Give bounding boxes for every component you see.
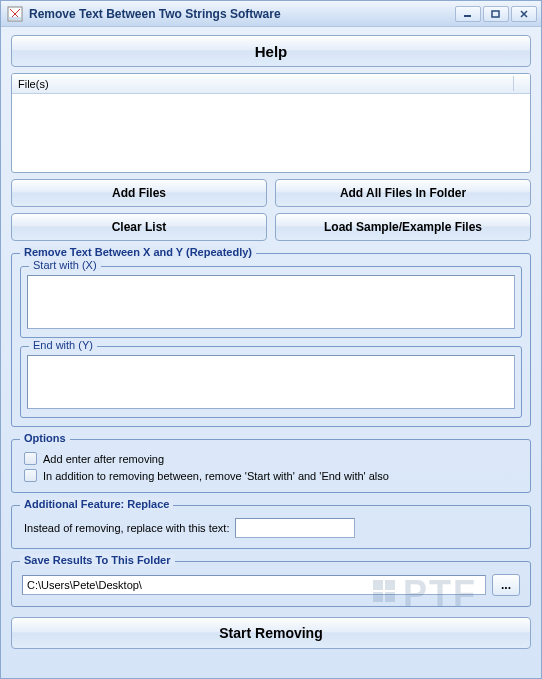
window-controls <box>455 6 537 22</box>
replace-row: Instead of removing, replace with this t… <box>20 516 522 540</box>
app-window: Remove Text Between Two Strings Software… <box>0 0 542 679</box>
clear-list-button[interactable]: Clear List <box>11 213 267 241</box>
minimize-icon <box>463 10 473 18</box>
start-removing-button[interactable]: Start Removing <box>11 617 531 649</box>
file-buttons-row-2: Clear List Load Sample/Example Files <box>11 213 531 241</box>
svg-rect-1 <box>9 17 21 20</box>
add-all-files-in-folder-button[interactable]: Add All Files In Folder <box>275 179 531 207</box>
window-title: Remove Text Between Two Strings Software <box>29 7 455 21</box>
option-remove-delims-row: In addition to removing between, remove … <box>20 467 522 484</box>
start-with-group: Start with (X) <box>20 266 522 338</box>
option-add-enter-row: Add enter after removing <box>20 450 522 467</box>
replace-group-title: Additional Feature: Replace <box>20 498 173 510</box>
save-folder-row: ... <box>20 572 522 598</box>
replace-input[interactable] <box>235 518 355 538</box>
start-with-label: Start with (X) <box>29 259 101 271</box>
add-files-button[interactable]: Add Files <box>11 179 267 207</box>
files-column-header[interactable]: File(s) <box>12 74 530 94</box>
minimize-button[interactable] <box>455 6 481 22</box>
end-with-textarea[interactable] <box>27 355 515 409</box>
option-add-enter-checkbox[interactable] <box>24 452 37 465</box>
app-icon <box>7 6 23 22</box>
client-area: Help File(s) Add Files Add All Files In … <box>1 27 541 678</box>
save-folder-group-title: Save Results To This Folder <box>20 554 175 566</box>
files-list[interactable]: File(s) <box>11 73 531 173</box>
options-group-title: Options <box>20 432 70 444</box>
save-folder-group: Save Results To This Folder ... <box>11 561 531 607</box>
save-folder-input[interactable] <box>22 575 486 595</box>
remove-text-group-title: Remove Text Between X and Y (Repeatedly) <box>20 246 256 258</box>
browse-folder-button[interactable]: ... <box>492 574 520 596</box>
options-group: Options Add enter after removing In addi… <box>11 439 531 493</box>
option-remove-delims-checkbox[interactable] <box>24 469 37 482</box>
end-with-label: End with (Y) <box>29 339 97 351</box>
close-icon <box>519 10 529 18</box>
start-with-textarea[interactable] <box>27 275 515 329</box>
end-with-group: End with (Y) <box>20 346 522 418</box>
close-button[interactable] <box>511 6 537 22</box>
titlebar: Remove Text Between Two Strings Software <box>1 1 541 27</box>
replace-group: Additional Feature: Replace Instead of r… <box>11 505 531 549</box>
svg-rect-3 <box>492 11 499 17</box>
remove-text-group: Remove Text Between X and Y (Repeatedly)… <box>11 253 531 427</box>
replace-label: Instead of removing, replace with this t… <box>24 522 229 534</box>
option-remove-delims-label: In addition to removing between, remove … <box>43 470 389 482</box>
maximize-button[interactable] <box>483 6 509 22</box>
maximize-icon <box>491 10 501 18</box>
option-add-enter-label: Add enter after removing <box>43 453 164 465</box>
file-buttons-row-1: Add Files Add All Files In Folder <box>11 179 531 207</box>
load-sample-button[interactable]: Load Sample/Example Files <box>275 213 531 241</box>
help-button[interactable]: Help <box>11 35 531 67</box>
